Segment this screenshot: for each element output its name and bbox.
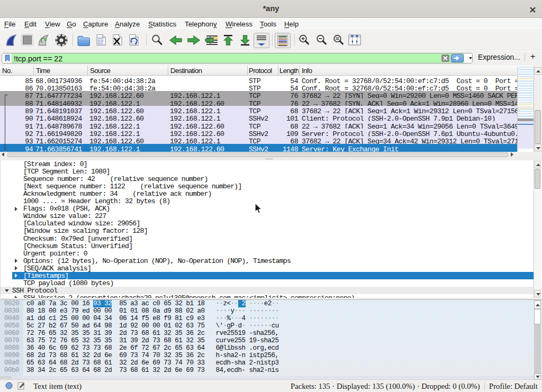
svg-text:0011: 0011: [98, 42, 104, 45]
